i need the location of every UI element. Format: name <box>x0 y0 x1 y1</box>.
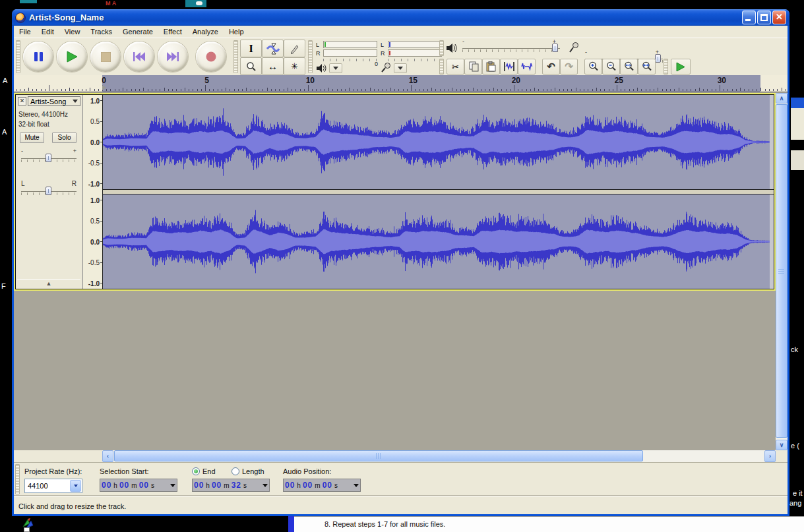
track-collapse-button[interactable]: ▲ <box>17 279 80 287</box>
envelope-tool-button[interactable] <box>262 40 284 57</box>
gain-thumb[interactable] <box>46 154 51 162</box>
combo-dropdown-button[interactable] <box>70 480 81 492</box>
edit-toolbar: ✂ ↶ ↷ <box>447 59 656 74</box>
vertical-scrollbar[interactable]: ∧ ∨ <box>776 93 788 450</box>
menu-help[interactable]: Help <box>224 26 249 37</box>
multi-tool-button[interactable]: ✳ <box>284 57 305 75</box>
menu-analyze[interactable]: Analyze <box>187 26 224 37</box>
close-button[interactable]: ✕ <box>772 11 786 24</box>
timefield-dropdown-icon[interactable] <box>354 484 359 487</box>
recording-meter[interactable]: L R 0 <box>381 40 444 74</box>
play-button[interactable] <box>57 42 87 72</box>
playhead-indicator[interactable] <box>102 85 106 90</box>
taskbar-strip: 8. Repeat steps 1-7 for all music files. <box>0 516 804 532</box>
time-digits[interactable]: 00 <box>303 481 313 490</box>
menu-tracks[interactable]: Tracks <box>85 26 117 37</box>
menu-generate[interactable]: Generate <box>117 26 158 37</box>
time-digits[interactable]: 32 <box>232 481 241 490</box>
selection-tool-button[interactable]: I <box>240 40 262 57</box>
skip-to-end-button[interactable] <box>158 42 188 72</box>
menu-effect[interactable]: Effect <box>158 26 187 37</box>
background-notepad-window[interactable]: 8. Repeat steps 1-7 for all music files. <box>294 516 804 532</box>
undo-button[interactable]: ↶ <box>542 59 560 74</box>
playback-meter-dropdown[interactable] <box>329 63 342 73</box>
end-radio[interactable]: End <box>192 467 216 475</box>
fit-selection-button[interactable] <box>620 59 638 74</box>
waveform-channel-right[interactable] <box>103 194 774 289</box>
vscroll-thumb[interactable] <box>776 104 788 438</box>
timeline-label: 0 <box>102 76 106 85</box>
time-shift-tool-button[interactable]: ↔ <box>262 57 284 75</box>
output-volume-slider[interactable]: - + <box>462 43 560 53</box>
menu-edit[interactable]: Edit <box>36 26 59 37</box>
fit-project-button[interactable] <box>638 59 656 74</box>
output-volume-thumb[interactable] <box>552 44 558 52</box>
mute-button[interactable]: Mute <box>20 133 44 143</box>
skip-to-start-button[interactable] <box>124 42 154 72</box>
track-close-button[interactable]: ✕ <box>18 97 26 105</box>
hscroll-right-button[interactable]: › <box>764 450 776 462</box>
input-volume-thumb[interactable] <box>655 54 661 63</box>
audio-position-field[interactable]: 00 h 00 m 00 s <box>283 479 361 492</box>
time-digits[interactable]: 00 <box>102 481 111 490</box>
selection-end-field[interactable]: 00 h 00 m 32 s <box>192 479 270 492</box>
mixer-toolbar-grip[interactable] <box>439 40 444 56</box>
time-digits[interactable]: 00 <box>194 481 204 490</box>
silence-selection-button[interactable] <box>518 59 536 74</box>
selection-toolbar-grip[interactable] <box>15 464 20 494</box>
track-name-dropdown[interactable]: Artist-Song <box>28 96 80 106</box>
copy-button[interactable] <box>464 59 482 74</box>
transcription-toolbar-grip[interactable] <box>664 59 668 74</box>
time-digits[interactable]: 00 <box>139 481 149 490</box>
pan-thumb[interactable] <box>46 187 51 195</box>
time-digits[interactable]: 00 <box>323 481 332 490</box>
waveform-channel-left[interactable] <box>103 95 774 189</box>
record-button[interactable] <box>196 42 226 72</box>
title-bar[interactable]: Artist-Song_Name ✕ <box>12 9 789 26</box>
meter-toolbar-grip[interactable] <box>308 40 313 73</box>
gain-slider[interactable]: - + <box>21 153 77 163</box>
timefield-dropdown-icon[interactable] <box>170 484 175 487</box>
edit-toolbar-grip[interactable] <box>439 59 444 74</box>
draw-tool-button[interactable] <box>284 40 305 57</box>
hscroll-left-button[interactable]: ‹ <box>102 450 113 462</box>
transport-toolbar-grip[interactable] <box>16 40 20 73</box>
timefield-dropdown-icon[interactable] <box>263 484 268 487</box>
length-radio[interactable]: Length <box>232 467 264 475</box>
background-text-fragment-2: e ( <box>791 442 799 450</box>
horizontal-scrollbar[interactable]: ‹ › <box>102 450 776 462</box>
zoom-tool-button[interactable] <box>240 57 262 75</box>
pause-button[interactable] <box>23 42 53 72</box>
selection-start-field[interactable]: 00 h 00 m 00 s <box>100 479 177 492</box>
toolbar-dock: I ↔ ✳ L R 0 <box>14 38 788 75</box>
time-digits[interactable]: 00 <box>212 481 222 490</box>
scale-label: 0.0 <box>90 239 100 246</box>
stop-button[interactable] <box>90 42 121 72</box>
menu-file[interactable]: File <box>14 26 36 37</box>
menu-view[interactable]: View <box>59 26 86 37</box>
maximize-button[interactable] <box>757 11 771 24</box>
minimize-button[interactable] <box>742 11 756 24</box>
tools-toolbar-grip[interactable] <box>233 40 238 73</box>
vscroll-up-button[interactable]: ∧ <box>776 93 788 103</box>
redo-button[interactable]: ↷ <box>560 59 578 74</box>
playback-meter-scale-ticks <box>323 59 377 61</box>
time-digits[interactable]: 00 <box>285 481 295 490</box>
project-rate-combo[interactable]: 44100 <box>24 479 82 493</box>
paste-button[interactable] <box>482 59 500 74</box>
channel-separator[interactable] <box>103 189 774 194</box>
zoom-out-button[interactable] <box>602 59 620 74</box>
vscroll-down-button[interactable]: ∨ <box>776 440 788 450</box>
play-at-speed-button[interactable] <box>671 59 691 74</box>
playback-meter[interactable]: L R 0 <box>316 40 379 74</box>
project-rate-value: 44100 <box>25 482 70 490</box>
timeline-ruler[interactable]: 051015202530 <box>14 75 788 92</box>
time-digits[interactable]: 00 <box>119 481 129 490</box>
pan-slider[interactable]: L R <box>21 186 77 196</box>
zoom-in-button[interactable] <box>584 59 602 74</box>
hscroll-thumb[interactable] <box>114 450 643 461</box>
trim-outside-selection-button[interactable] <box>500 59 518 74</box>
solo-button[interactable]: Solo <box>52 133 77 143</box>
recording-meter-dropdown[interactable] <box>394 63 407 73</box>
cut-button[interactable]: ✂ <box>447 59 464 74</box>
